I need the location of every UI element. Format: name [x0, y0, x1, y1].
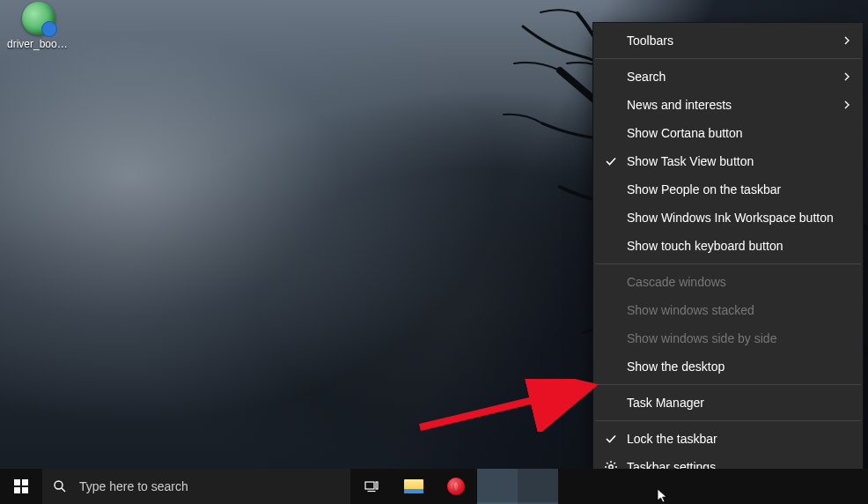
- menu-item-label: Task Manager: [627, 396, 704, 410]
- menu-item-stacked-windows: Show windows stacked: [593, 296, 863, 324]
- file-explorer-icon: [404, 479, 423, 493]
- svg-rect-11: [365, 482, 374, 489]
- menu-item-show-desktop[interactable]: Show the desktop: [593, 352, 863, 381]
- menu-item-label: Search: [627, 70, 666, 84]
- search-icon: [53, 479, 67, 493]
- menu-item-label: Show Task View button: [627, 154, 754, 168]
- menu-item-label: Show the desktop: [627, 359, 725, 374]
- menu-item-label: Show windows stacked: [627, 303, 754, 317]
- chevron-right-icon: [842, 71, 852, 82]
- menu-item-show-touch-keyboard[interactable]: Show touch keyboard button: [593, 232, 863, 260]
- desktop-icon-driver-booster[interactable]: driver_boos...: [5, 0, 72, 52]
- check-icon: [604, 432, 618, 446]
- svg-line-10: [62, 488, 65, 492]
- menu-item-label: Show touch keyboard button: [627, 239, 783, 253]
- taskbar-running-app-1[interactable]: [477, 469, 518, 504]
- menu-item-label: Show Cortana button: [627, 126, 743, 140]
- menu-item-news-interests[interactable]: News and interests: [593, 91, 863, 119]
- chevron-right-icon: [842, 100, 852, 110]
- desktop-icon-label: driver_boos...: [7, 38, 70, 50]
- svg-line-8: [614, 463, 615, 464]
- menu-item-label: Show People on the taskbar: [627, 182, 781, 196]
- svg-point-9: [55, 481, 63, 489]
- search-placeholder: Type here to search: [79, 479, 188, 493]
- menu-item-show-taskview[interactable]: Show Task View button: [593, 147, 863, 175]
- taskbar-context-menu: Toolbars Search News and interests Show …: [593, 23, 863, 485]
- start-button[interactable]: [0, 469, 42, 504]
- svg-line-5: [607, 463, 608, 464]
- menu-item-show-cortana[interactable]: Show Cortana button: [593, 119, 863, 147]
- menu-item-show-ink-workspace[interactable]: Show Windows Ink Workspace button: [593, 204, 863, 232]
- chevron-right-icon: [842, 35, 852, 46]
- menu-item-toolbars[interactable]: Toolbars: [593, 26, 863, 55]
- svg-rect-12: [376, 482, 378, 489]
- taskbar-app-file-explorer[interactable]: [393, 469, 435, 504]
- menu-item-label: Lock the taskbar: [627, 432, 717, 446]
- menu-item-label: Cascade windows: [627, 275, 726, 289]
- menu-item-side-by-side: Show windows side by side: [593, 324, 863, 352]
- menu-item-label: Toolbars: [627, 33, 673, 48]
- task-view-button[interactable]: [350, 469, 393, 504]
- taskbar-search[interactable]: Type here to search: [42, 469, 350, 504]
- check-icon: [604, 154, 618, 168]
- menu-separator: [595, 420, 861, 421]
- menu-item-label: Show windows side by side: [627, 331, 776, 345]
- taskbar-running-app-2[interactable]: [518, 469, 558, 504]
- windows-logo-icon: [14, 479, 28, 493]
- driver-booster-icon: [22, 2, 55, 35]
- taskbar-app-opera[interactable]: [435, 469, 477, 504]
- menu-item-label: News and interests: [627, 98, 732, 112]
- menu-separator: [595, 58, 861, 59]
- taskbar: Type here to search: [0, 469, 868, 504]
- taskbar-left: Type here to search: [0, 469, 558, 504]
- opera-icon: [447, 478, 465, 495]
- menu-item-search[interactable]: Search: [593, 63, 863, 91]
- menu-separator: [595, 384, 861, 385]
- menu-item-cascade-windows: Cascade windows: [593, 268, 863, 296]
- menu-item-task-manager[interactable]: Task Manager: [593, 389, 863, 417]
- menu-item-show-people[interactable]: Show People on the taskbar: [593, 175, 863, 204]
- menu-separator: [595, 263, 861, 264]
- menu-item-lock-taskbar[interactable]: Lock the taskbar: [593, 425, 863, 453]
- menu-item-label: Show Windows Ink Workspace button: [627, 211, 834, 225]
- task-view-icon: [364, 479, 379, 493]
